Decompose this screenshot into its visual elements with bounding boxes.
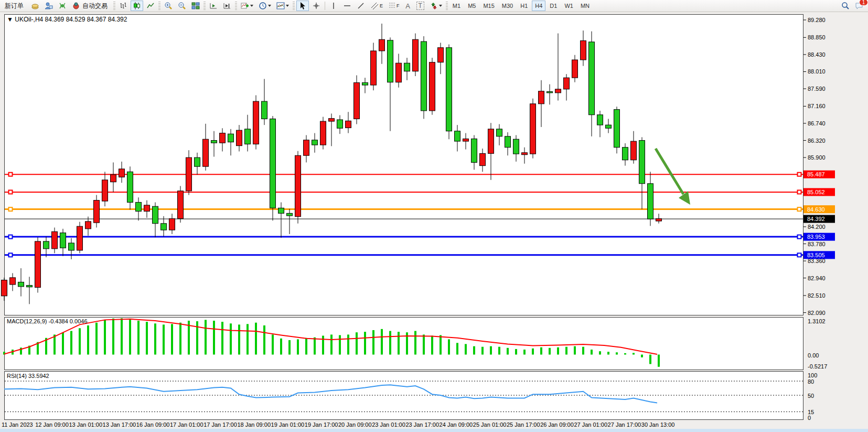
time-axis: 11 Jan 202312 Jan 09:0013 Jan 01:0013 Ja… bbox=[2, 422, 674, 428]
data-window-button[interactable] bbox=[42, 1, 55, 11]
hline-tool-button[interactable] bbox=[341, 1, 353, 11]
line-handle[interactable] bbox=[798, 190, 801, 194]
candle-body bbox=[463, 139, 469, 141]
tile-windows-button[interactable] bbox=[189, 1, 202, 11]
candle-body bbox=[505, 136, 511, 147]
line-handle[interactable] bbox=[9, 235, 13, 239]
timeframe-D1[interactable]: D1 bbox=[546, 1, 560, 11]
indicators-button[interactable] bbox=[239, 1, 255, 11]
mt4-window: { "toolbar": { "new_order_label": "新订单",… bbox=[0, 0, 868, 432]
candle-body bbox=[455, 131, 460, 141]
candle-body bbox=[555, 89, 561, 93]
timeframe-H1[interactable]: H1 bbox=[517, 1, 531, 11]
candlestick-chart-button[interactable] bbox=[131, 1, 143, 11]
price-axis: 89.28088.85088.43088.01087.59087.16086.7… bbox=[803, 17, 835, 421]
cursor-icon bbox=[298, 2, 307, 10]
time-axis-label: 13 Jan 17:00 bbox=[103, 422, 136, 428]
timeframe-group: M1M5M15M30H1H4D1W1MN bbox=[449, 1, 593, 11]
timeframe-H4[interactable]: H4 bbox=[532, 1, 545, 11]
timeframe-M1[interactable]: M1 bbox=[449, 1, 464, 11]
label-tool-button[interactable]: T bbox=[414, 1, 426, 11]
line-chart-icon bbox=[146, 2, 155, 10]
auto-trading-button[interactable]: 自动交易 bbox=[70, 1, 112, 11]
axis-price-badge-label: 83.505 bbox=[807, 252, 825, 258]
candle-body bbox=[396, 63, 402, 82]
horizontal-line-icon bbox=[343, 2, 351, 10]
bar-chart-button[interactable] bbox=[117, 1, 130, 11]
macd-indicator-label: MACD(12,26,9) -0.4384 0.0046 bbox=[7, 318, 88, 324]
auto-scroll-button[interactable] bbox=[207, 1, 220, 11]
axis-tick-label: 84.200 bbox=[808, 224, 826, 230]
line-handle[interactable] bbox=[798, 253, 801, 257]
vline-tool-button[interactable] bbox=[327, 1, 340, 11]
shapes-tool-button[interactable] bbox=[427, 1, 444, 11]
time-axis-label: 20 Jan 09:00 bbox=[338, 422, 372, 428]
line-handle[interactable] bbox=[9, 207, 13, 211]
market-watch-icon[interactable] bbox=[29, 1, 41, 11]
candle-body bbox=[270, 119, 276, 208]
candle-body bbox=[606, 125, 612, 128]
axis-tick-label: 83.780 bbox=[808, 241, 826, 247]
axis-tick-label: 82.090 bbox=[808, 310, 826, 316]
candle-body bbox=[497, 129, 502, 136]
zoom-out-button[interactable] bbox=[176, 1, 188, 11]
candle-body bbox=[480, 153, 486, 165]
trendline-tool-button[interactable] bbox=[355, 1, 367, 11]
axis-tick-label: 86.320 bbox=[808, 138, 826, 144]
line-handle[interactable] bbox=[9, 253, 13, 257]
axis-tick-label: 88.010 bbox=[808, 68, 826, 75]
auto-scroll-icon bbox=[209, 2, 218, 10]
toolbar-grip bbox=[235, 2, 237, 10]
cursor-tool-button[interactable] bbox=[296, 1, 309, 11]
fibonacci-icon bbox=[388, 2, 397, 10]
dropdown-caret-icon bbox=[286, 5, 289, 7]
templates-button[interactable] bbox=[274, 1, 291, 11]
new-order-button[interactable]: 新订单 bbox=[1, 1, 28, 11]
zoom-in-button[interactable] bbox=[162, 1, 175, 11]
candle-body bbox=[161, 224, 167, 230]
timeframe-M30[interactable]: M30 bbox=[499, 1, 516, 11]
line-handle[interactable] bbox=[9, 190, 13, 194]
candle-body bbox=[119, 169, 125, 177]
crosshair-tool-button[interactable] bbox=[310, 1, 323, 11]
fibonacci-tool-button[interactable]: F bbox=[386, 1, 402, 11]
candle-body bbox=[169, 218, 175, 230]
axis-price-badge-label: 83.953 bbox=[807, 234, 825, 240]
line-handle[interactable] bbox=[798, 235, 801, 239]
candle-body bbox=[430, 62, 435, 111]
timeframe-M5[interactable]: M5 bbox=[465, 1, 479, 11]
search-button[interactable] bbox=[839, 1, 852, 11]
chat-button[interactable]: 1 bbox=[853, 1, 866, 11]
candle-body bbox=[18, 282, 24, 287]
channel-tool-button[interactable]: E bbox=[368, 1, 385, 11]
candle-body bbox=[69, 243, 74, 250]
axis-price-badge-label: 85.052 bbox=[807, 189, 825, 195]
timeframe-MN[interactable]: MN bbox=[577, 1, 593, 11]
zoom-in-icon bbox=[164, 2, 173, 10]
candle-body bbox=[589, 42, 595, 115]
timeframe-W1[interactable]: W1 bbox=[561, 1, 576, 11]
chart-title[interactable]: ▼ UKOil-,H4 84.369 84.529 84.367 84.392 bbox=[7, 16, 127, 23]
text-tool-button[interactable]: A bbox=[403, 1, 413, 11]
timeframe-M15[interactable]: M15 bbox=[480, 1, 497, 11]
candle-body bbox=[581, 41, 586, 60]
axis-tick-label: 86.740 bbox=[808, 120, 826, 127]
line-handle[interactable] bbox=[798, 207, 801, 211]
strategy-tester-button[interactable] bbox=[56, 1, 69, 11]
periods-button[interactable] bbox=[256, 1, 273, 11]
line-handle[interactable] bbox=[9, 173, 13, 176]
time-axis-label: 19 Jan 17:00 bbox=[305, 422, 338, 428]
candle-body bbox=[77, 226, 83, 250]
line-handle[interactable] bbox=[798, 173, 801, 176]
chart-shift-button[interactable] bbox=[221, 1, 233, 11]
time-axis-label: 16 Jan 09:00 bbox=[136, 422, 170, 428]
toolbar-grip bbox=[158, 2, 160, 10]
candle-body bbox=[631, 141, 637, 160]
time-axis-label: 11 Jan 2023 bbox=[2, 422, 33, 428]
candle-body bbox=[111, 175, 116, 182]
time-axis-label: 25 Jan 17:00 bbox=[507, 422, 540, 428]
axis-tick-label: -0.5217 bbox=[808, 363, 827, 370]
line-chart-button[interactable] bbox=[144, 1, 157, 11]
chart-canvas[interactable]: 89.28088.85088.43088.01087.59087.16086.7… bbox=[0, 0, 868, 432]
symbol-dropdown-icon[interactable]: ▼ bbox=[7, 16, 13, 23]
